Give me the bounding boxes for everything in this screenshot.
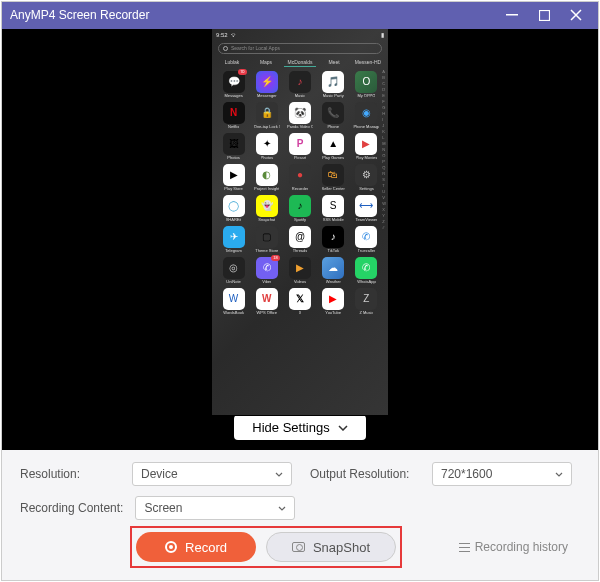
resolution-label: Resolution: xyxy=(20,467,120,481)
alpha-index-letter: D xyxy=(382,87,386,92)
wifi-icon: ᯤ xyxy=(231,32,237,38)
close-button[interactable] xyxy=(568,7,584,23)
resolution-select[interactable]: Device xyxy=(132,462,292,486)
record-button[interactable]: Record xyxy=(136,532,256,562)
window-controls xyxy=(504,7,590,23)
app-item: 📞Phone xyxy=(318,102,349,129)
app-item: ♪Spotify xyxy=(284,195,315,222)
alpha-index: ABCDEFGHIJKLMNOPQRSTUVWXYZ# xyxy=(382,69,386,230)
app-item: ♪TikTok xyxy=(318,226,349,253)
hide-settings-label: Hide Settings xyxy=(252,420,329,435)
recording-history-link[interactable]: Recording history xyxy=(459,540,568,554)
app-item: ▢Theme Store xyxy=(251,226,282,253)
app-icon: ● xyxy=(289,164,311,186)
app-item: NNetflix xyxy=(218,102,249,129)
record-label: Record xyxy=(185,540,227,555)
app-icon: ✆ xyxy=(355,257,377,279)
app-label: Music xyxy=(295,94,305,98)
app-title: AnyMP4 Screen Recorder xyxy=(10,8,504,22)
app-item: WWordsBook xyxy=(218,288,249,315)
app-label: TikTok xyxy=(327,249,338,253)
alpha-index-letter: I xyxy=(382,117,386,122)
maximize-icon xyxy=(539,10,550,21)
app-label: Threads xyxy=(293,249,308,253)
chevron-down-icon xyxy=(338,425,348,431)
recording-content-select[interactable]: Screen xyxy=(135,496,295,520)
maximize-button[interactable] xyxy=(536,7,552,23)
app-label: Phone Manager xyxy=(353,125,379,129)
app-item: WWPS Office xyxy=(251,288,282,315)
app-icon: 🎵 xyxy=(322,71,344,93)
app-icon: ◯ xyxy=(223,195,245,217)
chevron-down-icon xyxy=(555,472,563,477)
app-icon: 🖼 xyxy=(223,133,245,155)
signal-icon: ▮ xyxy=(381,31,384,38)
app-icon: ▶ xyxy=(355,133,377,155)
app-label: Music Party xyxy=(323,94,344,98)
app-label: Play Movies xyxy=(356,156,378,160)
app-label: Theme Store xyxy=(255,249,278,253)
alpha-index-letter: W xyxy=(382,201,386,206)
action-bar: Record SnapShot Recording history xyxy=(20,520,580,570)
phone-search-bar: Search for Local Apps xyxy=(218,43,382,54)
app-item: ZZ Music xyxy=(351,288,382,315)
app-label: Z Music xyxy=(359,311,373,315)
alpha-index-letter: R xyxy=(382,171,386,176)
app-label: One-tap Lock Screen xyxy=(254,125,280,129)
alpha-index-letter: L xyxy=(382,135,386,140)
app-icon: ✆ xyxy=(355,226,377,248)
app-item: ●Recorder xyxy=(284,164,315,191)
app-item: ▶Play Movies xyxy=(351,133,382,160)
minimize-button[interactable] xyxy=(504,7,520,23)
hide-settings-button[interactable]: Hide Settings xyxy=(234,415,365,440)
app-label: UniNote xyxy=(226,280,240,284)
app-label: Project Insight xyxy=(254,187,279,191)
app-item: ⟷TeamViewer xyxy=(351,195,382,222)
app-icon: ☁ xyxy=(322,257,344,279)
app-icon: ♪ xyxy=(289,195,311,217)
app-icon: ✦ xyxy=(256,133,278,155)
notification-badge: 18 xyxy=(271,255,279,261)
app-icon: 🔒 xyxy=(256,102,278,124)
category-tab: Meet xyxy=(318,58,350,67)
alpha-index-letter: S xyxy=(382,177,386,182)
app-icon: ⚙ xyxy=(355,164,377,186)
app-icon: ⟷ xyxy=(355,195,377,217)
phone-status-bar: 9:52 ᯤ ▮ xyxy=(212,29,388,41)
svg-rect-0 xyxy=(506,14,518,16)
app-item: 🔒One-tap Lock Screen xyxy=(251,102,282,129)
app-icon: P xyxy=(289,133,311,155)
app-label: TeamViewer xyxy=(355,218,377,222)
app-item: 🖼Photos xyxy=(218,133,249,160)
alpha-index-letter: N xyxy=(382,147,386,152)
app-icon: ▶ xyxy=(223,164,245,186)
category-tab: Lublak xyxy=(216,58,248,67)
app-item: 🐼Panda Video Compressor xyxy=(284,102,315,129)
app-icon: 🛍 xyxy=(322,164,344,186)
app-item: 𝕏X xyxy=(284,288,315,315)
output-resolution-select[interactable]: 720*1600 xyxy=(432,462,572,486)
alpha-index-letter: A xyxy=(382,69,386,74)
app-label: Viber xyxy=(262,280,271,284)
alpha-index-letter: B xyxy=(382,75,386,80)
history-label: Recording history xyxy=(475,540,568,554)
app-item: ▶Videos xyxy=(284,257,315,284)
app-item: 🛍Seller Center xyxy=(318,164,349,191)
app-label: YouTube xyxy=(325,311,341,315)
app-item: 💬70Messages xyxy=(218,71,249,98)
app-label: Netflix xyxy=(228,125,239,129)
list-icon xyxy=(459,543,470,552)
app-icon: S xyxy=(322,195,344,217)
app-item: SSSS Mobile xyxy=(318,195,349,222)
highlight-box: Record SnapShot xyxy=(130,526,402,568)
alpha-index-letter: V xyxy=(382,195,386,200)
snapshot-button[interactable]: SnapShot xyxy=(266,532,396,562)
app-label: Spotify xyxy=(294,218,306,222)
category-tabs: LublakMapsMcDonaldsMeetMessen-HD xyxy=(212,56,388,69)
app-label: Weather xyxy=(326,280,341,284)
app-label: SHAREit xyxy=(226,218,242,222)
app-item: PPicsart xyxy=(284,133,315,160)
category-tab: Maps xyxy=(250,58,282,67)
app-icon: ◐ xyxy=(256,164,278,186)
app-label: X xyxy=(299,311,302,315)
